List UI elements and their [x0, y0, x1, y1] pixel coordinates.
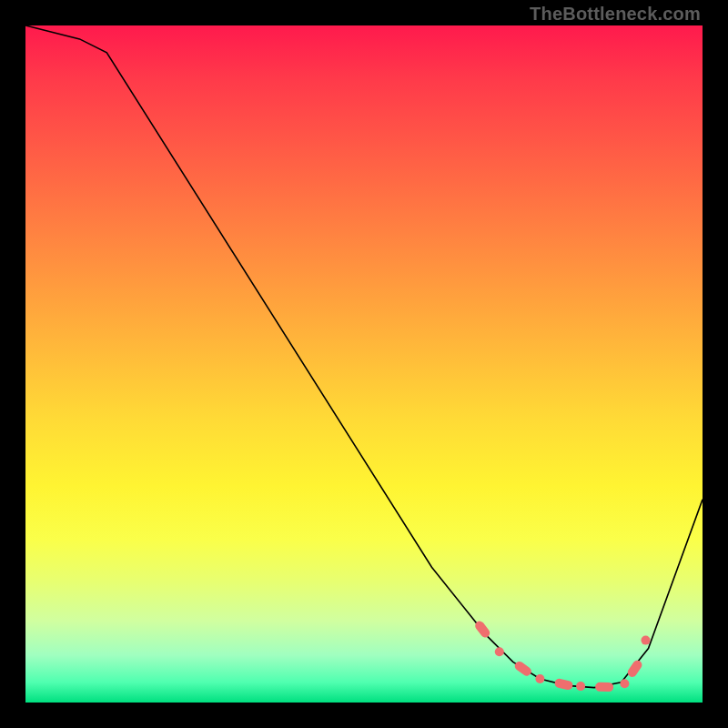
curve-marker-dot: [576, 682, 585, 691]
curve-marker-dot: [620, 679, 629, 688]
bottleneck-curve: [25, 25, 703, 688]
chart-canvas: TheBottleneck.com: [0, 0, 728, 728]
curve-marker-dot: [535, 674, 544, 683]
curve-marker-dot: [495, 647, 504, 656]
plot-area: [25, 25, 703, 703]
curve-marker-dot: [642, 636, 651, 645]
curve-marker-pill: [595, 682, 613, 693]
curve-markers: [473, 620, 650, 693]
curve-marker-pill: [513, 660, 533, 678]
curve-marker-pill: [626, 659, 644, 679]
curve-marker-pill: [554, 678, 574, 691]
curve-svg: [25, 25, 703, 703]
watermark-label: TheBottleneck.com: [530, 4, 701, 25]
